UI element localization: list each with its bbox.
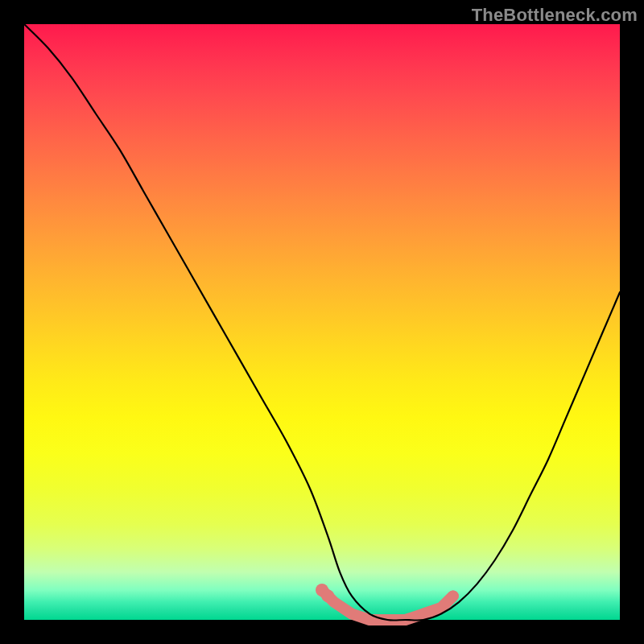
- svg-point-1: [321, 589, 334, 602]
- plot-area: [24, 24, 620, 620]
- watermark-label: TheBottleneck.com: [472, 5, 638, 26]
- chart-svg: [24, 24, 620, 620]
- bottleneck-curve: [24, 24, 620, 621]
- bottleneck-chart: TheBottleneck.com: [0, 0, 644, 644]
- highlight-series: [316, 584, 453, 620]
